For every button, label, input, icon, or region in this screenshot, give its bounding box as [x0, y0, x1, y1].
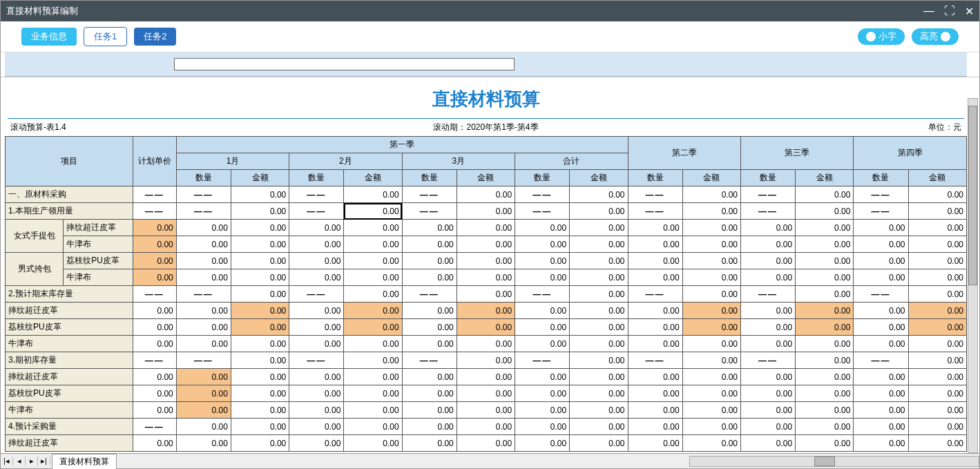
cell[interactable]: 0.00	[740, 336, 795, 352]
cell[interactable]: ——	[133, 186, 176, 203]
cell[interactable]: 0.00	[133, 236, 176, 253]
cell[interactable]: 0.00	[908, 419, 967, 435]
cell[interactable]: 0.00	[457, 352, 515, 369]
cell[interactable]: 0.00	[682, 269, 740, 286]
cell[interactable]: 0.00	[628, 253, 682, 269]
cell[interactable]: 0.00	[515, 220, 570, 236]
cell[interactable]: ——	[854, 352, 908, 369]
cell[interactable]: 0.00	[854, 303, 908, 319]
cell[interactable]: ——	[740, 186, 795, 203]
cell[interactable]: 0.00	[570, 303, 628, 319]
cell[interactable]: 0.00	[628, 435, 682, 452]
cell[interactable]: 0.00	[457, 269, 515, 286]
cell[interactable]: 0.00	[176, 385, 231, 402]
cell[interactable]: 0.00	[854, 236, 908, 253]
cell[interactable]: 0.00	[854, 419, 908, 435]
cell[interactable]: 0.00	[402, 236, 457, 253]
cell[interactable]: 0.00	[402, 435, 457, 452]
cell[interactable]: 0.00	[457, 319, 515, 336]
cell[interactable]: 0.00	[457, 186, 515, 203]
cell[interactable]: 0.00	[402, 220, 457, 236]
cell[interactable]: 0.00	[344, 303, 402, 319]
cell[interactable]: 0.00	[740, 402, 795, 419]
cell[interactable]: 0.00	[796, 186, 854, 203]
cell[interactable]: 0.00	[289, 319, 344, 336]
cell[interactable]: 0.00	[176, 303, 231, 319]
cell[interactable]: 0.00	[457, 402, 515, 419]
cell[interactable]: 0.00	[908, 352, 967, 369]
table-row[interactable]: 摔纹超迁皮革0.000.000.000.000.000.000.000.000.…	[6, 435, 967, 452]
cell[interactable]: 0.00	[628, 269, 682, 286]
cell[interactable]: 0.00	[854, 385, 908, 402]
cell[interactable]: 0.00	[682, 336, 740, 352]
cell[interactable]: 0.00	[740, 269, 795, 286]
cell[interactable]: 0.00	[344, 269, 402, 286]
cell[interactable]: 0.00	[133, 253, 176, 269]
table-row[interactable]: 牛津布0.000.000.000.000.000.000.000.000.000…	[6, 269, 967, 286]
cell[interactable]: 0.00	[796, 253, 854, 269]
cell[interactable]: 0.00	[231, 419, 289, 435]
cell[interactable]: 0.00	[570, 220, 628, 236]
horizontal-scrollbar[interactable]	[689, 456, 979, 467]
cell[interactable]: ——	[176, 186, 231, 203]
cell[interactable]: 0.00	[570, 236, 628, 253]
cell[interactable]: 0.00	[908, 402, 967, 419]
cell[interactable]: 0.00	[908, 369, 967, 385]
cell[interactable]: 0.00	[570, 369, 628, 385]
cell[interactable]: 0.00	[289, 419, 344, 435]
cell[interactable]: 0.00	[740, 303, 795, 319]
cell[interactable]: 0.00	[133, 402, 176, 419]
cell[interactable]: ——	[176, 352, 231, 369]
table-row[interactable]: 荔枝纹PU皮革0.000.000.000.000.000.000.000.000…	[6, 385, 967, 402]
cell[interactable]: 0.00	[682, 402, 740, 419]
cell[interactable]: 0.00	[133, 369, 176, 385]
cell[interactable]: 0.00	[402, 319, 457, 336]
table-row[interactable]: 男式挎包荔枝纹PU皮革0.000.000.000.000.000.000.000…	[6, 253, 967, 269]
cell[interactable]: 0.00	[908, 220, 967, 236]
cell[interactable]: 0.00	[515, 419, 570, 435]
cell[interactable]: 0.00	[570, 253, 628, 269]
cell[interactable]: ——	[740, 286, 795, 303]
cell[interactable]: 0.00	[176, 419, 231, 435]
cell[interactable]: 0.00	[908, 336, 967, 352]
cell[interactable]: 0.00	[344, 402, 402, 419]
cell[interactable]: 0.00	[796, 203, 854, 220]
cell[interactable]: 0.00	[854, 402, 908, 419]
table-row[interactable]: 荔枝纹PU皮革0.000.000.000.000.000.000.000.000…	[6, 319, 967, 336]
cell[interactable]: 0.00	[457, 286, 515, 303]
cell[interactable]: 0.00	[908, 303, 967, 319]
cell[interactable]: 0.00	[570, 385, 628, 402]
cell[interactable]: 0.00	[344, 419, 402, 435]
cell[interactable]: 0.00	[133, 269, 176, 286]
cell[interactable]: 0.00	[344, 435, 402, 452]
cell[interactable]: 0.00	[854, 253, 908, 269]
cell[interactable]: 0.00	[344, 352, 402, 369]
cell[interactable]: 0.00	[682, 220, 740, 236]
ruler[interactable]	[5, 52, 967, 77]
cell[interactable]: 0.00	[344, 385, 402, 402]
cell[interactable]: 0.00	[908, 435, 967, 452]
cell[interactable]: 0.00	[682, 419, 740, 435]
table-row[interactable]: 一、原材料采购————0.00——0.00——0.00——0.00——0.00—…	[6, 186, 967, 203]
cell[interactable]: 0.00	[628, 419, 682, 435]
cell[interactable]: ——	[515, 186, 570, 203]
cell[interactable]: 0.00	[402, 336, 457, 352]
cell[interactable]: 0.00	[289, 236, 344, 253]
cell[interactable]: 0.00	[344, 369, 402, 385]
cell[interactable]: 0.00	[515, 319, 570, 336]
cell[interactable]: 0.00	[628, 369, 682, 385]
cell[interactable]: 0.00	[231, 286, 289, 303]
cell[interactable]: 0.00	[682, 303, 740, 319]
cell[interactable]: 0.00	[854, 336, 908, 352]
cell[interactable]: 0.00	[457, 203, 515, 220]
cell[interactable]: 0.00	[457, 419, 515, 435]
cell[interactable]: 0.00	[515, 435, 570, 452]
cell[interactable]: 0.00	[908, 319, 967, 336]
cell[interactable]: 0.00	[515, 236, 570, 253]
cell[interactable]: ——	[628, 286, 682, 303]
document-area[interactable]: 直接材料预算 滚动预算-表1.4 滚动期：2020年第1季-第4季 单位：元 项…	[1, 77, 979, 453]
cell[interactable]: ——	[854, 203, 908, 220]
cell[interactable]: 0.00	[628, 303, 682, 319]
cell[interactable]: 0.00	[457, 253, 515, 269]
close-icon[interactable]: ✕	[965, 5, 974, 18]
